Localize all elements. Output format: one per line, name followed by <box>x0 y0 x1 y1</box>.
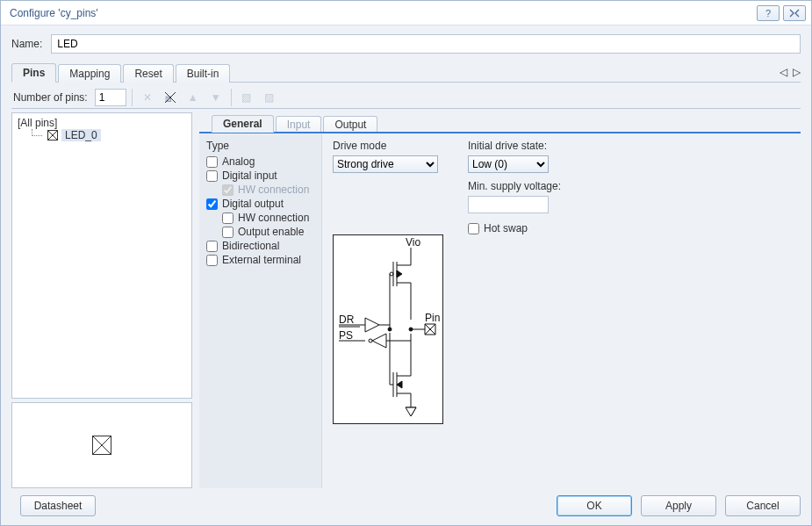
svg-text:Vio: Vio <box>406 236 420 249</box>
init-state-select[interactable]: Low (0) <box>468 155 549 173</box>
name-input[interactable] <box>51 34 801 54</box>
chk-analog[interactable]: Analog <box>206 155 316 168</box>
tree-item-label: LED_0 <box>61 129 101 141</box>
tab-mapping[interactable]: Mapping <box>58 64 121 83</box>
inner-tabstrip: General Input Output <box>199 112 801 132</box>
svg-marker-6 <box>397 270 402 277</box>
tab-reset[interactable]: Reset <box>123 64 173 83</box>
tab-right-icon[interactable]: ▷ <box>793 66 801 78</box>
tab-scroll-arrows[interactable]: ◁ ▷ <box>780 66 801 78</box>
numpins-input[interactable] <box>95 89 126 106</box>
chk-output-enable[interactable]: Output enable <box>206 226 316 238</box>
apply-button[interactable]: Apply <box>641 495 716 516</box>
move-up-icon: ▲ <box>183 88 203 107</box>
ungroup-icon: ▨ <box>260 88 279 107</box>
chk-hot-swap[interactable]: Hot swap <box>468 222 797 234</box>
window-title: Configure 'cy_pins' <box>10 7 98 19</box>
tree-root[interactable]: [All pins] <box>18 117 186 129</box>
button-row: Datasheet OK Apply Cancel <box>11 488 801 516</box>
datasheet-button[interactable]: Datasheet <box>20 495 96 516</box>
delete-pin-icon: ✕ <box>138 88 157 107</box>
svg-marker-15 <box>397 381 402 388</box>
pins-panel: Number of pins: ✕ ⧈ ▲ ▼ ▧ ▨ [All pins] <box>11 82 801 488</box>
left-column: [All pins] LED_0 <box>11 112 192 488</box>
help-button[interactable]: ? <box>757 5 780 21</box>
titlebar: Configure 'cy_pins' ? <box>1 1 811 25</box>
ok-button[interactable]: OK <box>557 495 632 516</box>
chk-hw-conn-out[interactable]: HW connection <box>206 212 316 224</box>
tab-left-icon[interactable]: ◁ <box>780 66 787 78</box>
chk-digital-output[interactable]: Digital output <box>206 198 316 210</box>
close-button[interactable] <box>783 5 806 21</box>
pin-icon <box>47 130 58 141</box>
group-icon: ▧ <box>237 88 256 107</box>
svg-point-7 <box>390 272 393 276</box>
pin-preview <box>11 402 192 488</box>
svg-text:PS: PS <box>339 329 353 342</box>
tab-output[interactable]: Output <box>323 116 377 133</box>
name-row: Name: <box>11 34 801 54</box>
svg-point-24 <box>388 328 392 331</box>
move-down-icon: ▼ <box>206 88 226 107</box>
preview-pin-icon <box>92 436 111 455</box>
numpins-label: Number of pins: <box>13 91 88 104</box>
init-state-label: Initial drive state: <box>468 140 797 152</box>
svg-text:DR: DR <box>339 313 355 326</box>
configure-dialog: Configure 'cy_pins' ? Name: Pins Mapping… <box>0 0 812 526</box>
svg-marker-28 <box>372 334 386 348</box>
type-section: Type Analog Digital input HW connection … <box>199 134 322 488</box>
type-title: Type <box>206 140 316 152</box>
chk-hw-conn-in: HW connection <box>206 184 316 196</box>
tab-general[interactable]: General <box>212 115 274 133</box>
tab-pins[interactable]: Pins <box>11 63 56 83</box>
general-panel: Type Analog Digital input HW connection … <box>199 132 801 488</box>
tab-input[interactable]: Input <box>276 116 322 133</box>
right-column: General Input Output Type Analog Digital… <box>199 112 801 488</box>
drive-section: Drive mode Strong drive Vio <box>329 134 457 488</box>
state-section: Initial drive state: Low (0) Min. supply… <box>464 134 801 488</box>
svg-marker-22 <box>365 318 379 332</box>
tab-builtin[interactable]: Built-in <box>176 64 231 83</box>
pins-toolbar: Number of pins: ✕ ⧈ ▲ ▼ ▧ ▨ <box>11 86 801 109</box>
min-supply-input[interactable] <box>468 196 549 213</box>
main-tabstrip: Pins Mapping Reset Built-in ◁ ▷ <box>11 61 801 82</box>
drive-mode-select[interactable]: Strong drive <box>333 155 438 173</box>
chk-digital-input[interactable]: Digital input <box>206 169 316 182</box>
pin-tree[interactable]: [All pins] LED_0 <box>11 112 192 399</box>
drive-diagram: Vio <box>333 234 443 424</box>
svg-marker-19 <box>406 407 416 416</box>
rename-pin-icon[interactable]: ⧈ <box>161 88 180 107</box>
workarea: [All pins] LED_0 General Input <box>11 109 801 488</box>
name-label: Name: <box>11 38 42 50</box>
svg-text:Pin: Pin <box>425 312 440 324</box>
cancel-button[interactable]: Cancel <box>725 495 801 516</box>
chk-bidirectional[interactable]: Bidirectional <box>206 240 316 252</box>
drive-title: Drive mode <box>333 140 454 152</box>
tree-item[interactable]: LED_0 <box>18 129 186 141</box>
min-supply-label: Min. supply voltage: <box>468 180 797 192</box>
client-area: Name: Pins Mapping Reset Built-in ◁ ▷ Nu… <box>1 25 811 525</box>
chk-external-terminal[interactable]: External terminal <box>206 254 316 266</box>
